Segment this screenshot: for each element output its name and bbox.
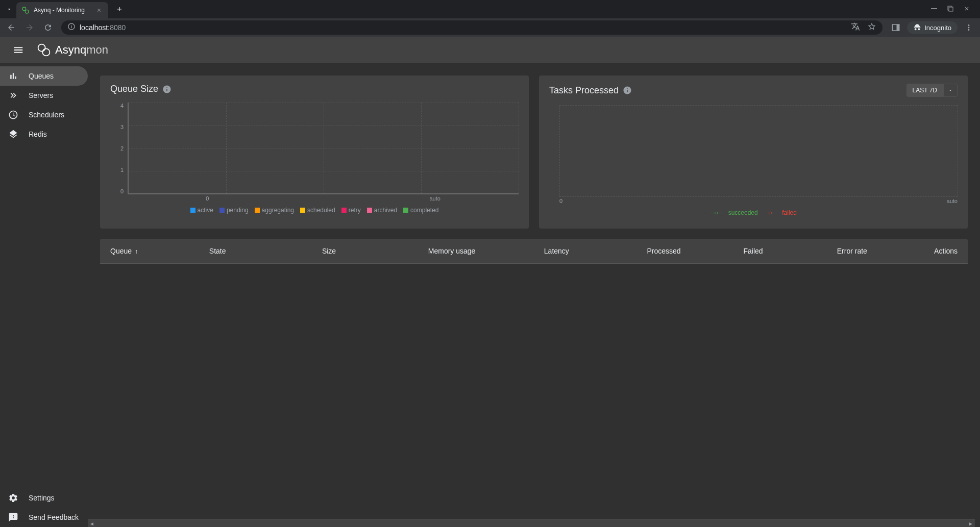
incognito-badge[interactable]: Incognito (907, 21, 958, 34)
column-error-rate[interactable]: Error rate (773, 239, 877, 264)
svg-point-7 (38, 44, 45, 51)
table-header-row: Queue↑ State Size Memory usage Latency P… (100, 239, 968, 264)
address-bar-row: localhost:8080 Incognito (0, 18, 980, 37)
tab-title: Asynq - Monitoring (34, 7, 91, 14)
address-bar[interactable]: localhost:8080 (61, 20, 883, 35)
queue-size-card: Queue Size 4 3 2 1 0 (100, 76, 529, 229)
time-range-button[interactable]: LAST 7D (906, 84, 943, 97)
column-state[interactable]: State (199, 239, 276, 264)
tasks-processed-legend: ─○─ succeeded ─○─ failed (549, 209, 958, 216)
app-logo[interactable]: Asynqmon (37, 43, 108, 57)
queues-table: Queue↑ State Size Memory usage Latency P… (100, 239, 968, 264)
window-controls (931, 5, 976, 14)
legend-succeeded[interactable]: ─○─ succeeded (710, 209, 758, 216)
sidebar-item-feedback[interactable]: Send Feedback (0, 508, 88, 527)
legend-pending[interactable]: pending (219, 207, 249, 214)
info-icon[interactable] (162, 85, 172, 94)
main-content: Queue Size 4 3 2 1 0 (88, 63, 980, 527)
sidebar-item-schedulers[interactable]: Schedulers (0, 105, 88, 124)
legend-retry[interactable]: retry (341, 207, 361, 214)
time-range-dropdown[interactable] (943, 84, 958, 97)
back-button[interactable] (4, 20, 18, 35)
legend-aggregating[interactable]: aggregating (255, 207, 294, 214)
bar-chart-icon (8, 71, 18, 81)
legend-scheduled[interactable]: scheduled (300, 207, 335, 214)
reload-button[interactable] (41, 20, 55, 35)
bookmark-icon[interactable] (867, 22, 876, 33)
column-size[interactable]: Size (276, 239, 347, 264)
gear-icon (8, 493, 18, 503)
queues-table-card: Queue↑ State Size Memory usage Latency P… (100, 239, 968, 264)
sort-asc-icon: ↑ (135, 248, 138, 255)
column-memory[interactable]: Memory usage (346, 239, 485, 264)
sidebar-label: Redis (29, 130, 47, 138)
sidebar-item-settings[interactable]: Settings (0, 488, 88, 508)
sidebar-label: Settings (29, 494, 55, 502)
browser-tab-bar: Asynq - Monitoring (0, 0, 980, 18)
translate-icon[interactable] (851, 22, 860, 33)
sidebar-item-servers[interactable]: Servers (0, 86, 88, 105)
tasks-processed-chart: 0 auto (549, 105, 958, 207)
clock-icon (8, 110, 18, 120)
scroll-right-arrow[interactable]: ► (967, 519, 975, 527)
horizontal-scrollbar[interactable]: ◄ ► (88, 519, 975, 527)
sidebar-item-queues[interactable]: Queues (0, 66, 88, 86)
queue-size-chart: 4 3 2 1 0 (110, 103, 519, 205)
svg-point-1 (25, 10, 29, 13)
legend-completed[interactable]: completed (403, 207, 438, 214)
legend-failed[interactable]: ─○─ failed (764, 209, 797, 216)
app-title: Asynqmon (55, 43, 108, 57)
svg-point-8 (42, 48, 50, 56)
asynq-favicon (21, 6, 30, 14)
tab-search-dropdown[interactable] (4, 4, 14, 14)
menu-button[interactable] (8, 40, 29, 60)
feedback-icon (8, 512, 18, 522)
layers-icon (8, 129, 18, 139)
svg-rect-4 (949, 7, 953, 11)
column-processed[interactable]: Processed (579, 239, 691, 264)
column-queue[interactable]: Queue↑ (100, 239, 199, 264)
sidebar-item-redis[interactable]: Redis (0, 124, 88, 144)
app-header: Asynqmon (0, 37, 980, 63)
forward-button[interactable] (22, 20, 37, 35)
new-tab-button[interactable] (112, 2, 127, 16)
legend-archived[interactable]: archived (367, 207, 397, 214)
minimize-button[interactable] (931, 5, 937, 14)
sidebar-label: Queues (29, 72, 54, 80)
maximize-button[interactable] (947, 5, 953, 14)
chevron-down-icon (948, 88, 953, 93)
browser-menu-button[interactable] (962, 20, 976, 35)
sidebar-label: Schedulers (29, 111, 64, 119)
svg-rect-2 (931, 8, 937, 9)
browser-tab[interactable]: Asynq - Monitoring (16, 2, 108, 18)
site-info-icon[interactable] (67, 22, 76, 33)
tasks-processed-card: Tasks Processed LAST 7D (539, 76, 968, 229)
column-failed[interactable]: Failed (691, 239, 773, 264)
url-text: localhost:8080 (80, 23, 126, 32)
sidebar-label: Send Feedback (29, 513, 79, 521)
asynq-logo-icon (37, 43, 51, 57)
queue-size-legend: active pending aggregating scheduled ret… (110, 207, 519, 214)
column-latency[interactable]: Latency (485, 239, 579, 264)
sidebar: Queues Servers Schedulers Redis Setting (0, 63, 88, 527)
side-panel-button[interactable] (889, 20, 903, 35)
scroll-left-arrow[interactable]: ◄ (88, 519, 96, 527)
legend-active[interactable]: active (190, 207, 213, 214)
svg-rect-6 (897, 24, 899, 31)
card-title: Tasks Processed (549, 85, 619, 96)
close-window-button[interactable] (964, 5, 970, 14)
column-actions: Actions (877, 239, 968, 264)
sidebar-label: Servers (29, 91, 53, 99)
info-icon[interactable] (623, 86, 632, 95)
svg-point-0 (22, 7, 26, 11)
close-tab-icon[interactable] (95, 6, 103, 14)
double-arrow-icon (8, 90, 18, 101)
card-title: Queue Size (110, 84, 158, 94)
